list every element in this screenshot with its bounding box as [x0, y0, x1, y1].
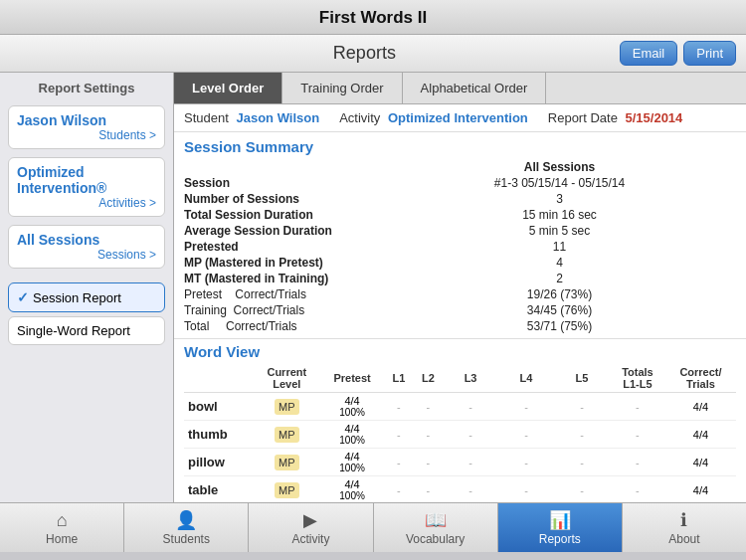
table-cell: -	[414, 476, 443, 503]
sidebar-students-link[interactable]: Students >	[98, 128, 156, 142]
table-cell: -	[610, 393, 665, 421]
nav-home[interactable]: ⌂ Home	[0, 503, 124, 552]
report-date: 5/15/2014	[626, 110, 683, 125]
table-row: pillow MP 4/4100% - - - - - - 4/4	[184, 449, 736, 476]
correct-trials-cell: 4/4	[665, 421, 736, 449]
sidebar: Report Settings Jason Wilson Students > …	[0, 73, 174, 502]
correct-trials-cell: 4/4	[665, 393, 736, 421]
header-buttons: Email Print	[620, 41, 736, 66]
summary-row-mt: MT (Mastered in Training) 2	[184, 271, 736, 286]
word-view-title: Word View	[184, 343, 736, 360]
level-cell: MP	[254, 421, 321, 449]
summary-row-num-sessions: Number of Sessions 3	[184, 191, 736, 207]
level-cell: MP	[254, 449, 321, 476]
reports-icon: 📊	[549, 509, 571, 531]
col-l4: L4	[498, 364, 554, 393]
table-cell: -	[610, 449, 665, 476]
title-bar: First Words II	[0, 0, 746, 35]
student-label: Student Jason Wilson	[184, 110, 319, 125]
tab-alphabetical-order[interactable]: Alphabetical Order	[403, 73, 547, 103]
table-cell: -	[554, 449, 610, 476]
sidebar-student-name[interactable]: Jason Wilson	[17, 112, 156, 128]
summary-row-total-duration: Total Session Duration 15 min 16 sec	[184, 207, 736, 223]
session-report-button[interactable]: ✓ Session Report	[8, 282, 165, 312]
col-l2: L2	[414, 364, 443, 393]
col-word	[184, 364, 254, 393]
checkmark-icon: ✓	[17, 289, 29, 305]
tab-training-order[interactable]: Training Order	[282, 73, 402, 103]
nav-reports[interactable]: 📊 Reports	[498, 503, 623, 552]
print-button[interactable]: Print	[683, 41, 736, 66]
nav-vocabulary[interactable]: 📖 Vocabulary	[374, 503, 498, 552]
sidebar-sessions-name[interactable]: All Sessions	[17, 232, 156, 248]
sidebar-actions: ✓ Session Report Single-Word Report	[8, 282, 165, 345]
bottom-nav: ⌂ Home 👤 Students ▶ Activity 📖 Vocabular…	[0, 502, 746, 552]
activity-label: Activity Optimized Intervention	[339, 110, 528, 125]
student-name: Jason Wilson	[236, 110, 319, 125]
nav-students[interactable]: 👤 Students	[124, 503, 249, 552]
sidebar-sessions-link[interactable]: Sessions >	[97, 248, 156, 262]
header-title: Reports	[109, 43, 620, 64]
table-cell: -	[443, 421, 498, 449]
home-icon: ⌂	[57, 510, 68, 531]
word-name: bowl	[184, 393, 254, 421]
sidebar-title: Report Settings	[8, 81, 165, 95]
word-table: CurrentLevel Pretest L1 L2 L3 L4 L5 Tota…	[184, 364, 736, 502]
table-cell: -	[443, 393, 498, 421]
table-cell: -	[414, 421, 443, 449]
table-cell: -	[384, 449, 413, 476]
nav-home-label: Home	[46, 532, 78, 546]
vocabulary-icon: 📖	[425, 509, 447, 531]
col-totals: TotalsL1-L5	[610, 364, 665, 393]
table-cell: -	[384, 421, 413, 449]
col-l1: L1	[384, 364, 413, 393]
date-label: Report Date 5/15/2014	[548, 110, 683, 125]
all-sessions-header: All Sessions	[383, 159, 736, 175]
summary-row-training-trials: Training Correct/Trials 34/45 (76%)	[184, 302, 736, 318]
table-cell: -	[554, 476, 610, 503]
session-summary-title: Session Summary	[184, 138, 736, 155]
sidebar-activity-name[interactable]: Optimized Intervention®	[17, 164, 156, 196]
single-word-report-button[interactable]: Single-Word Report	[8, 316, 165, 345]
summary-row-pretest-trials: Pretest Correct/Trials 19/26 (73%)	[184, 286, 736, 302]
table-cell: -	[414, 393, 443, 421]
table-cell: -	[610, 476, 665, 503]
nav-about[interactable]: ℹ About	[623, 503, 746, 552]
table-row: bowl MP 4/4100% - - - - - - 4/4	[184, 393, 736, 421]
main-content: Report Settings Jason Wilson Students > …	[0, 73, 746, 502]
pretest-cell: 4/4100%	[320, 393, 384, 421]
correct-trials-cell: 4/4	[665, 449, 736, 476]
col-correct-trials: Correct/Trials	[665, 364, 736, 393]
tab-bar: Level Order Training Order Alphabetical …	[174, 73, 746, 104]
correct-trials-cell: 4/4	[665, 476, 736, 503]
activity-icon: ▶	[303, 509, 317, 531]
activity-name: Optimized Intervention	[388, 110, 528, 125]
col-current-level: CurrentLevel	[254, 364, 321, 393]
table-cell: -	[384, 393, 413, 421]
table-row: thumb MP 4/4100% - - - - - - 4/4	[184, 421, 736, 449]
level-cell: MP	[254, 476, 321, 503]
app-title: First Words II	[319, 8, 427, 27]
pretest-cell: 4/4100%	[320, 449, 384, 476]
students-icon: 👤	[175, 509, 197, 531]
summary-row-mp: MP (Mastered in Pretest) 4	[184, 255, 736, 271]
table-cell: -	[498, 421, 554, 449]
tab-level-order[interactable]: Level Order	[174, 73, 282, 103]
col-l5: L5	[554, 364, 610, 393]
table-cell: -	[384, 476, 413, 503]
nav-about-label: About	[668, 532, 699, 546]
report-content: Level Order Training Order Alphabetical …	[174, 73, 746, 502]
table-cell: -	[443, 449, 498, 476]
nav-activity[interactable]: ▶ Activity	[249, 503, 373, 552]
table-cell: -	[554, 421, 610, 449]
word-name: pillow	[184, 449, 254, 476]
table-cell: -	[443, 476, 498, 503]
word-name: table	[184, 476, 254, 503]
table-cell: -	[498, 393, 554, 421]
session-summary: Session Summary All Sessions Session #1-…	[174, 132, 746, 339]
sidebar-activities-link[interactable]: Activities >	[98, 196, 156, 210]
email-button[interactable]: Email	[620, 41, 678, 66]
table-cell: -	[498, 476, 554, 503]
table-row: table MP 4/4100% - - - - - - 4/4	[184, 476, 736, 503]
summary-row-session: Session #1-3 05/15/14 - 05/15/14	[184, 175, 736, 191]
